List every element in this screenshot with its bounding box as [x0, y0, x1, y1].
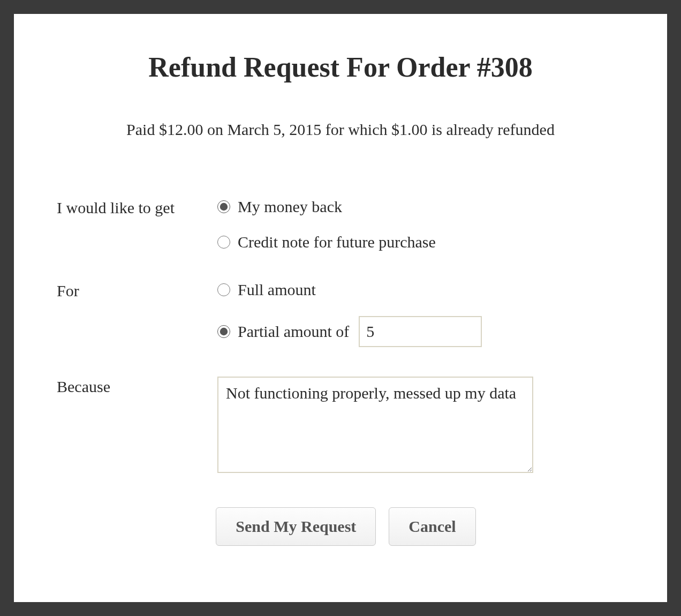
- send-request-button[interactable]: Send My Request: [216, 507, 376, 546]
- radio-item-full: Full amount: [217, 281, 635, 299]
- refund-request-modal: Refund Request For Order #308 Paid $12.0…: [14, 14, 667, 602]
- label-because: Because: [57, 377, 217, 396]
- modal-subtitle: Paid $12.00 on March 5, 2015 for which $…: [46, 121, 635, 139]
- radio-credit-note[interactable]: [217, 236, 230, 249]
- radio-label-money-back[interactable]: My money back: [238, 198, 342, 216]
- radio-label-full-amount[interactable]: Full amount: [238, 281, 316, 299]
- radio-group-get: My money back Credit note for future pur…: [217, 198, 635, 251]
- refund-form: I would like to get My money back Credit…: [46, 198, 635, 546]
- radio-item-partial: Partial amount of: [217, 316, 635, 347]
- button-row: Send My Request Cancel: [57, 507, 635, 546]
- form-row-for: For Full amount Partial amount of: [57, 281, 635, 347]
- form-row-because: Because: [57, 377, 635, 475]
- radio-item-credit-note: Credit note for future purchase: [217, 233, 635, 251]
- radio-label-credit-note[interactable]: Credit note for future purchase: [238, 233, 436, 251]
- form-row-get: I would like to get My money back Credit…: [57, 198, 635, 251]
- radio-label-partial-amount[interactable]: Partial amount of: [238, 322, 349, 341]
- cancel-button[interactable]: Cancel: [389, 507, 475, 546]
- partial-amount-input[interactable]: [359, 316, 482, 347]
- radio-group-for: Full amount Partial amount of: [217, 281, 635, 347]
- radio-full-amount[interactable]: [217, 283, 230, 296]
- modal-title: Refund Request For Order #308: [46, 51, 635, 83]
- radio-partial-amount[interactable]: [217, 325, 230, 338]
- reason-textarea[interactable]: [217, 377, 533, 473]
- label-for: For: [57, 281, 217, 300]
- radio-money-back[interactable]: [217, 200, 230, 213]
- because-control: [217, 377, 635, 475]
- radio-item-money-back: My money back: [217, 198, 635, 216]
- label-get: I would like to get: [57, 198, 217, 217]
